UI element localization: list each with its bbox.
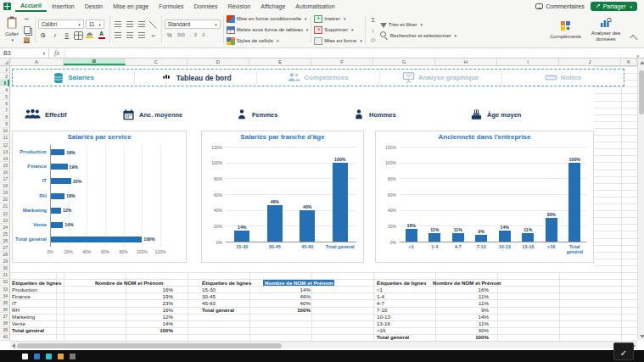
nav-item-salaries[interactable]: Salariés bbox=[13, 70, 135, 86]
column-header-g[interactable]: G bbox=[373, 58, 435, 65]
pivot-header-row-labels[interactable]: Étiquettes de lignes bbox=[202, 280, 263, 286]
formula-input[interactable] bbox=[65, 48, 636, 58]
column-header-k[interactable]: K bbox=[621, 58, 637, 65]
row-header-3[interactable]: 3 bbox=[0, 80, 9, 86]
row-header-28[interactable]: 28 bbox=[0, 252, 9, 259]
row-header-12[interactable]: 12 bbox=[0, 142, 9, 148]
pivot-row-label[interactable]: 7-10 bbox=[377, 307, 433, 313]
wrap-text-icon[interactable] bbox=[148, 31, 159, 40]
horizontal-scrollbar[interactable] bbox=[10, 341, 637, 348]
column-header-a[interactable]: A bbox=[10, 58, 64, 65]
row-header-25[interactable]: 25 bbox=[0, 231, 9, 237]
align-center-icon[interactable] bbox=[125, 31, 135, 40]
row-header-17[interactable]: 17 bbox=[0, 176, 9, 183]
pivot-row-label[interactable]: Finance bbox=[12, 293, 95, 299]
pivot-row-label[interactable]: 13-16 bbox=[377, 320, 433, 326]
fill-color-icon[interactable] bbox=[85, 31, 95, 40]
chart-anciennete-entreprise[interactable]: Ancienneté dans l'entreprise0%20%40%60%8… bbox=[375, 131, 594, 263]
pivot-row-value[interactable]: 14% bbox=[433, 314, 489, 320]
pivot-header-row-labels[interactable]: Étiquettes de lignes bbox=[12, 280, 95, 286]
column-header-c[interactable]: C bbox=[126, 58, 188, 65]
row-header-16[interactable]: 16 bbox=[0, 169, 9, 175]
pivot-row-label[interactable]: RH bbox=[12, 307, 95, 313]
pivot-row-value[interactable]: 12% bbox=[95, 314, 173, 320]
ribbon-tab-donnees[interactable]: Données bbox=[188, 0, 222, 12]
scroll-up-arrow-icon[interactable] bbox=[640, 61, 644, 64]
row-header-32[interactable]: 32 bbox=[0, 279, 9, 286]
ribbon-tab-formules[interactable]: Formules bbox=[154, 0, 188, 12]
pivot-row-value[interactable]: 100% bbox=[263, 307, 311, 313]
addins-button[interactable]: Compléments bbox=[548, 20, 583, 40]
insert-cells-button[interactable]: Insérer bbox=[314, 14, 345, 24]
select-all-corner[interactable] bbox=[0, 58, 10, 66]
number-format-select[interactable]: Standard bbox=[165, 19, 221, 29]
pivot-header-row-labels[interactable]: Étiquettes de lignes bbox=[377, 280, 433, 286]
pivot-row-value[interactable]: 11% bbox=[433, 300, 489, 306]
column-header-f[interactable]: F bbox=[311, 58, 373, 65]
row-header-31[interactable]: 31 bbox=[0, 272, 9, 279]
pivot-row-value[interactable]: 16% bbox=[95, 287, 173, 292]
name-box[interactable]: B3 bbox=[0, 48, 49, 58]
paste-button[interactable]: Coller bbox=[3, 16, 20, 44]
pivot-header-values[interactable]: Nombre de NOM et Prénom bbox=[95, 280, 173, 286]
column-header-d[interactable]: D bbox=[188, 58, 249, 65]
italic-button[interactable]: I bbox=[50, 31, 60, 40]
nav-item-tableau-de-bord[interactable]: Tableau de bord bbox=[135, 70, 257, 86]
row-header-14[interactable]: 14 bbox=[0, 155, 9, 162]
scroll-left-arrow-icon[interactable] bbox=[12, 343, 15, 348]
pivot-row-value[interactable]: 30% bbox=[433, 327, 489, 333]
orientation-icon[interactable] bbox=[148, 20, 157, 29]
pivot-row-value[interactable]: 40% bbox=[263, 300, 311, 306]
row-header-23[interactable]: 23 bbox=[0, 217, 9, 224]
pivot-row-label[interactable]: 45-60 bbox=[202, 300, 263, 306]
pivot-row-label[interactable]: Marketing bbox=[12, 314, 95, 320]
pivot-row-label[interactable]: 1-4 bbox=[377, 293, 433, 299]
row-header-21[interactable]: 21 bbox=[0, 203, 9, 210]
font-color-icon[interactable] bbox=[97, 31, 107, 40]
row-header-19[interactable]: 19 bbox=[0, 190, 9, 197]
bold-button[interactable]: G bbox=[38, 31, 48, 40]
taskbar-icon[interactable] bbox=[34, 354, 40, 359]
taskbar-icon[interactable] bbox=[70, 354, 76, 359]
pivot-header-values[interactable]: Nombre de NOM et Prénom bbox=[433, 280, 489, 286]
row-header-13[interactable]: 13 bbox=[0, 148, 9, 155]
comma-style-icon[interactable] bbox=[176, 31, 187, 40]
pivot-row-label[interactable]: Vente bbox=[12, 320, 95, 326]
chart-salaries-par-service[interactable]: Salariés par service0%20%40%60%80%100%12… bbox=[12, 131, 187, 263]
pivot-row-value[interactable]: 9% bbox=[433, 307, 489, 313]
underline-button[interactable]: S bbox=[62, 31, 72, 40]
row-header-7[interactable]: 7 bbox=[0, 108, 9, 114]
borders-icon[interactable] bbox=[74, 31, 83, 40]
row-header-8[interactable]: 8 bbox=[0, 114, 9, 121]
pivot-row-label[interactable]: <1 bbox=[377, 287, 433, 292]
pivot-row-label[interactable]: Total général bbox=[377, 334, 433, 340]
check-button[interactable] bbox=[613, 343, 634, 360]
row-header-33[interactable]: 33 bbox=[0, 286, 9, 292]
row-header-36[interactable]: 36 bbox=[0, 306, 9, 313]
pivot-row-value[interactable]: 11% bbox=[433, 293, 489, 299]
row-header-4[interactable]: 4 bbox=[0, 86, 9, 93]
column-header-i[interactable]: I bbox=[497, 58, 559, 65]
ribbon-tab-automatisation[interactable]: Automatisation bbox=[290, 0, 339, 12]
cut-icon[interactable] bbox=[22, 15, 32, 25]
row-header-40[interactable]: 40 bbox=[0, 334, 9, 341]
ribbon-tab-dessin[interactable]: Dessin bbox=[80, 0, 108, 12]
row-header-9[interactable]: 9 bbox=[0, 121, 9, 128]
row-header-34[interactable]: 34 bbox=[0, 292, 9, 299]
ribbon-tab-insertion[interactable]: Insertion bbox=[47, 0, 80, 12]
row-header-15[interactable]: 15 bbox=[0, 162, 9, 169]
share-button[interactable]: Partager bbox=[591, 2, 637, 11]
kpi-age-moyen[interactable]: Âge moyen bbox=[470, 105, 521, 124]
font-name-select[interactable]: Calibri bbox=[38, 19, 84, 29]
pivot-header-values[interactable]: Nombre de NOM et Prénom bbox=[263, 280, 334, 286]
autosum-icon[interactable] bbox=[368, 15, 378, 25]
align-bottom-icon[interactable] bbox=[137, 19, 147, 29]
pivot-row-label[interactable]: 4-7 bbox=[377, 300, 433, 306]
align-middle-icon[interactable] bbox=[125, 19, 135, 29]
pivot-row-value[interactable]: 23% bbox=[95, 300, 173, 306]
kpi-effectif[interactable]: Effectif bbox=[24, 105, 66, 124]
align-top-icon[interactable] bbox=[113, 19, 123, 29]
row-header-6[interactable]: 6 bbox=[0, 100, 9, 107]
row-header-22[interactable]: 22 bbox=[0, 210, 9, 217]
pivot-row-label[interactable]: Total général bbox=[12, 327, 95, 333]
